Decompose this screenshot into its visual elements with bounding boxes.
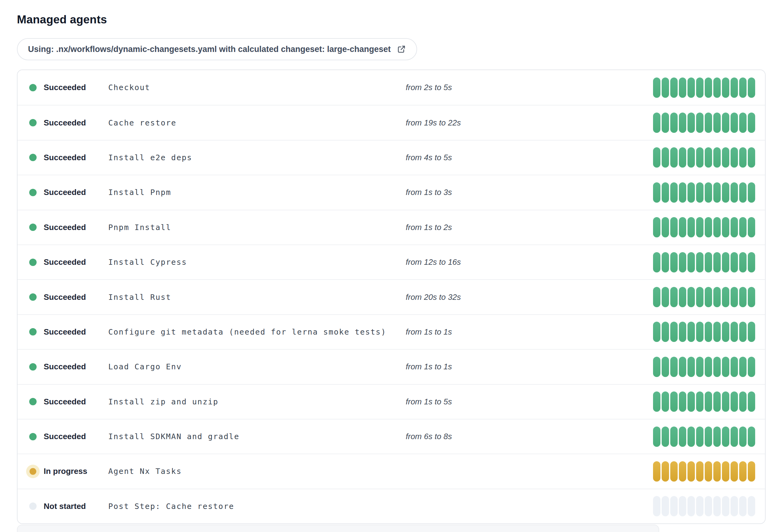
progress-segment: [687, 287, 695, 307]
progress-segment: [662, 147, 669, 168]
progress-segment: [713, 113, 721, 133]
succeeded-dot: [29, 398, 36, 405]
progress-segment: [696, 496, 703, 516]
status-label: Succeeded: [44, 397, 108, 407]
progress-segment: [748, 113, 755, 133]
progress-segment: [653, 287, 660, 307]
step-name: Install zip and unzip: [108, 397, 406, 406]
workflow-link-pill[interactable]: Using: .nx/workflows/dynamic-changesets.…: [17, 38, 417, 60]
progress-segment: [662, 217, 669, 237]
progress-segments: [653, 182, 755, 203]
agent-row: Succeeded Load Cargo Env from 1s to 1s: [17, 349, 765, 384]
progress-segment: [748, 391, 755, 412]
progress-segment: [670, 113, 678, 133]
progress-segment: [722, 78, 729, 98]
status-dot-cell: [29, 328, 44, 336]
succeeded-dot: [29, 84, 36, 91]
progress-segment: [679, 217, 686, 237]
progress-segment: [662, 78, 669, 98]
agent-row: Succeeded Install Cypress from 12s to 16…: [17, 245, 765, 279]
progress-segment: [731, 252, 738, 272]
progress-segment: [722, 147, 729, 168]
progress-segments: [653, 113, 755, 133]
progress-segment: [731, 147, 738, 168]
progress-segment: [722, 217, 729, 237]
status-label: Succeeded: [44, 187, 108, 197]
progress-segment: [748, 217, 755, 237]
progress-segment: [696, 461, 703, 482]
progress-segment: [679, 147, 686, 168]
workflow-link-label: Using: .nx/workflows/dynamic-changesets.…: [28, 44, 391, 54]
status-label: Succeeded: [44, 257, 108, 267]
status-dot-cell: [29, 398, 44, 405]
step-name: Install SDKMAN and gradle: [108, 432, 406, 441]
progress-segment: [670, 252, 678, 272]
succeeded-dot: [29, 189, 36, 196]
succeeded-dot: [29, 259, 36, 266]
progress-segment: [739, 78, 747, 98]
progress-segment: [670, 217, 678, 237]
progress-segments: [653, 357, 755, 377]
progress-segment: [731, 426, 738, 447]
progress-segment: [748, 78, 755, 98]
agent-row: Succeeded Install SDKMAN and gradle from…: [17, 419, 765, 453]
progress-segment: [687, 391, 695, 412]
progress-segment: [687, 252, 695, 272]
progress-segment: [739, 287, 747, 307]
progress-segment: [679, 252, 686, 272]
progress-segments: [653, 322, 755, 342]
progress-segments: [653, 496, 755, 516]
status-label: Succeeded: [44, 118, 108, 128]
agent-row: Succeeded Install Rust from 20s to 32s: [17, 279, 765, 314]
status-label: Succeeded: [44, 153, 108, 162]
succeeded-dot: [29, 154, 36, 161]
status-label: In progress: [44, 467, 108, 476]
progress-segment: [687, 113, 695, 133]
progress-segment: [653, 252, 660, 272]
agent-row: Succeeded Configure git metadata (needed…: [17, 314, 765, 349]
progress-segment: [748, 147, 755, 168]
progress-segment: [679, 496, 686, 516]
progress-segment: [653, 217, 660, 237]
progress-segment: [722, 322, 729, 342]
progress-segment: [722, 357, 729, 377]
progress-segment: [653, 322, 660, 342]
progress-segment: [705, 182, 712, 203]
status-label: Succeeded: [44, 223, 108, 232]
step-name: Load Cargo Env: [108, 362, 406, 371]
progress-segment: [705, 426, 712, 447]
progress-segment: [670, 357, 678, 377]
page-title: Managed agents: [17, 13, 777, 26]
progress-segment: [687, 182, 695, 203]
external-link-icon: [397, 44, 406, 54]
agent-row: Succeeded Install e2e deps from 4s to 5s: [17, 140, 765, 175]
step-name: Cache restore: [108, 118, 406, 127]
progress-segment: [731, 357, 738, 377]
progress-segment: [653, 391, 660, 412]
progress-segment: [679, 322, 686, 342]
progress-segment: [670, 147, 678, 168]
succeeded-dot: [29, 328, 36, 336]
progress-segments: [653, 426, 755, 447]
progress-segment: [731, 113, 738, 133]
progress-segment: [739, 322, 747, 342]
progress-segment: [722, 461, 729, 482]
progress-segment: [739, 391, 747, 412]
progress-segment: [731, 461, 738, 482]
succeeded-dot: [29, 119, 36, 126]
step-name: Install Cypress: [108, 258, 406, 267]
progress-segment: [722, 252, 729, 272]
progress-segment: [662, 322, 669, 342]
progress-segment: [739, 426, 747, 447]
progress-segment: [748, 496, 755, 516]
progress-segment: [713, 391, 721, 412]
progress-segment: [713, 461, 721, 482]
progress-segment: [705, 461, 712, 482]
status-dot-cell: [29, 119, 44, 126]
progress-segment: [748, 322, 755, 342]
progress-segment: [705, 391, 712, 412]
status-label: Succeeded: [44, 362, 108, 372]
step-timing: from 12s to 16s: [406, 257, 653, 267]
progress-segments: [653, 287, 755, 307]
progress-segment: [739, 217, 747, 237]
